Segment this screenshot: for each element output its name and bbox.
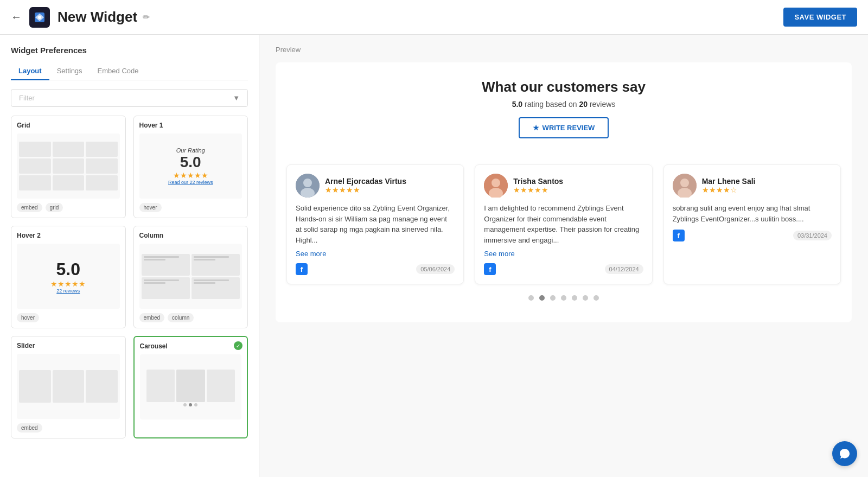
- layout-card-hover1[interactable]: Hover 1 Our Rating 5.0 ★★★★★ Read our 22…: [133, 116, 248, 218]
- facebook-icon-0: f: [296, 263, 308, 275]
- edit-icon[interactable]: ✏: [143, 12, 150, 22]
- right-panel: Preview What our customers say 5.0 ratin…: [259, 35, 868, 477]
- left-panel: Widget Preferences Layout Settings Embed…: [0, 35, 259, 477]
- layout-card-slider[interactable]: Slider embed: [11, 336, 126, 438]
- layout-grid: Grid embed grid Hover 1: [11, 116, 248, 449]
- main-layout: Widget Preferences Layout Settings Embed…: [0, 35, 868, 477]
- svg-point-7: [492, 179, 500, 187]
- tag-embed-col: embed: [139, 313, 165, 322]
- review-header-2: Mar Lhene Sali ★★★★☆: [673, 174, 832, 198]
- review-card-1: Trisha Santos ★★★★★ I am delighted to re…: [475, 164, 652, 284]
- review-card-2: Mar Lhene Sali ★★★★☆ sobrang sulit ang e…: [663, 164, 841, 284]
- tag-embed: embed: [17, 203, 42, 212]
- selected-indicator: ✓: [234, 341, 242, 350]
- save-widget-button[interactable]: SAVE WIDGET: [783, 8, 857, 27]
- widget-review-suffix: reviews: [590, 100, 615, 109]
- layout-card-carousel[interactable]: ✓ Carousel: [133, 336, 248, 438]
- tab-embed-code[interactable]: Embed Code: [90, 62, 146, 80]
- hover1-link: Read our 22 reviews: [168, 180, 213, 185]
- star-icon: ★: [533, 124, 539, 132]
- nav-dot-3[interactable]: [561, 295, 566, 301]
- write-review-label: WRITE REVIEW: [542, 124, 595, 132]
- preview-label: Preview: [276, 46, 852, 54]
- layout-name-slider: Slider: [17, 342, 120, 349]
- review-date-1: 04/12/2024: [605, 264, 643, 274]
- layout-name-column: Column: [139, 232, 242, 239]
- carousel-nav-dots: [286, 295, 841, 301]
- nav-dot-6[interactable]: [593, 295, 599, 301]
- filter-dropdown[interactable]: Filter ▼: [11, 89, 248, 107]
- review-card-0: Arnel Ejorcadas Virtus ★★★★★ Solid exper…: [286, 164, 464, 284]
- hover2-rating: 5.0: [50, 259, 86, 279]
- layout-tabs: Layout Settings Embed Code: [11, 62, 248, 80]
- layout-tags-slider: embed: [17, 423, 120, 433]
- chat-button[interactable]: [832, 441, 857, 466]
- facebook-icon-2: f: [673, 230, 685, 241]
- review-text-0: Solid experience dito sa Zybling Event O…: [296, 203, 455, 245]
- panel-title: Widget Preferences: [11, 46, 248, 55]
- see-more-link-1[interactable]: See more: [484, 250, 643, 258]
- review-date-2: 03/31/2024: [793, 231, 832, 240]
- reviewer-name-1: Trisha Santos: [513, 177, 563, 186]
- widget-rating-text: rating based on: [525, 100, 577, 109]
- nav-dot-1[interactable]: [539, 295, 545, 301]
- layout-name-hover2: Hover 2: [17, 232, 120, 239]
- review-footer-0: f 05/06/2024: [296, 263, 455, 275]
- review-footer-2: f 03/31/2024: [673, 230, 832, 241]
- nav-dot-4[interactable]: [572, 295, 577, 301]
- header: ← New Widget ✏ SAVE WIDGET: [0, 0, 868, 35]
- reviewer-avatar-1: [484, 174, 508, 198]
- hover2-stars: ★★★★★: [50, 279, 86, 288]
- hover1-stars: ★★★★★: [168, 171, 213, 180]
- layout-preview-hover1: Our Rating 5.0 ★★★★★ Read our 22 reviews: [139, 133, 242, 199]
- facebook-icon-1: f: [484, 263, 496, 275]
- layout-preview-carousel: [140, 354, 242, 419]
- hover2-link: 22 reviews: [50, 288, 86, 294]
- layout-card-hover2[interactable]: Hover 2 5.0 ★★★★★ 22 reviews hover: [11, 226, 126, 328]
- layout-card-column[interactable]: Column embed column: [133, 226, 248, 328]
- widget-rating-value: 5.0: [512, 100, 522, 109]
- widget-heading: What our customers say: [286, 79, 841, 96]
- layout-preview-slider: [17, 354, 120, 419]
- tag-grid: grid: [46, 203, 63, 212]
- review-cards: Arnel Ejorcadas Virtus ★★★★★ Solid exper…: [286, 164, 841, 284]
- layout-preview-column: [139, 244, 242, 309]
- hover1-label: Our Rating: [168, 147, 213, 154]
- layout-tags-hover2: hover: [17, 313, 120, 322]
- layout-tags-grid: embed grid: [17, 203, 120, 212]
- review-footer-1: f 04/12/2024: [484, 263, 643, 275]
- reviewer-stars-0: ★★★★★: [325, 186, 406, 194]
- layout-preview-grid: [17, 133, 120, 199]
- svg-point-4: [303, 179, 312, 187]
- layout-tags-column: embed column: [139, 313, 242, 322]
- layout-name-carousel: Carousel: [140, 342, 242, 350]
- widget-review-count: 20: [579, 100, 588, 109]
- widget-rating-summary: 5.0 rating based on 20 reviews: [286, 100, 841, 109]
- nav-dot-5[interactable]: [583, 295, 588, 301]
- reviewer-name-0: Arnel Ejorcadas Virtus: [325, 177, 406, 186]
- layout-name-hover1: Hover 1: [139, 122, 242, 129]
- svg-point-10: [680, 179, 689, 187]
- tag-hover: hover: [139, 203, 162, 212]
- see-more-link-0[interactable]: See more: [296, 250, 455, 258]
- review-header-0: Arnel Ejorcadas Virtus ★★★★★: [296, 174, 455, 198]
- back-button[interactable]: ←: [11, 11, 22, 23]
- review-text-2: sobrang sulit ang event enjoy ang lhat s…: [673, 203, 832, 224]
- chevron-down-icon: ▼: [233, 94, 240, 102]
- reviewer-stars-1: ★★★★★: [513, 186, 563, 194]
- filter-placeholder: Filter: [19, 94, 35, 102]
- reviewer-name-2: Mar Lhene Sali: [702, 177, 756, 186]
- nav-dot-2[interactable]: [550, 295, 556, 301]
- tag-hover2: hover: [17, 313, 39, 322]
- layout-card-grid[interactable]: Grid embed grid: [11, 116, 126, 218]
- reviewer-avatar-0: [296, 174, 320, 198]
- layout-tags-hover1: hover: [139, 203, 242, 212]
- widget-container: What our customers say 5.0 rating based …: [276, 62, 852, 322]
- svg-point-2: [38, 16, 41, 19]
- nav-dot-0[interactable]: [528, 295, 534, 301]
- tab-settings[interactable]: Settings: [49, 62, 90, 80]
- app-logo: [29, 7, 50, 28]
- review-date-0: 05/06/2024: [416, 264, 455, 274]
- write-review-button[interactable]: ★ WRITE REVIEW: [519, 117, 609, 138]
- tab-layout[interactable]: Layout: [11, 62, 49, 80]
